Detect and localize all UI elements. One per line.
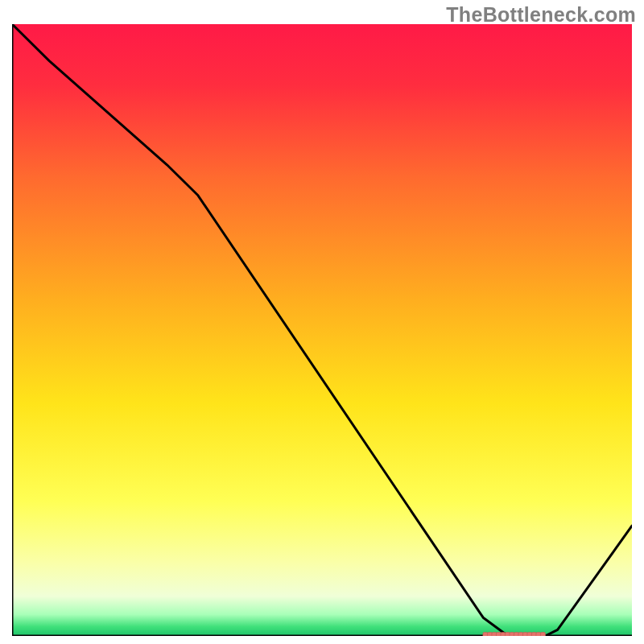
svg-rect-2 [483, 632, 488, 636]
svg-rect-6 [501, 632, 506, 636]
optimal-marker [483, 632, 546, 636]
svg-rect-10 [518, 632, 523, 636]
svg-rect-12 [527, 632, 532, 636]
plot-area [12, 24, 632, 636]
svg-rect-15 [540, 632, 545, 636]
watermark-text: TheBottleneck.com [446, 3, 636, 27]
svg-rect-8 [510, 632, 514, 636]
svg-rect-11 [522, 632, 527, 636]
svg-rect-5 [496, 632, 501, 636]
gradient-background [12, 24, 632, 636]
svg-rect-9 [514, 632, 518, 636]
chart-frame: TheBottleneck.com [0, 0, 644, 644]
svg-rect-14 [536, 632, 541, 636]
svg-rect-4 [492, 632, 497, 636]
svg-rect-7 [505, 632, 510, 636]
svg-rect-3 [487, 632, 492, 636]
chart-svg [12, 24, 632, 636]
svg-rect-13 [531, 632, 536, 636]
